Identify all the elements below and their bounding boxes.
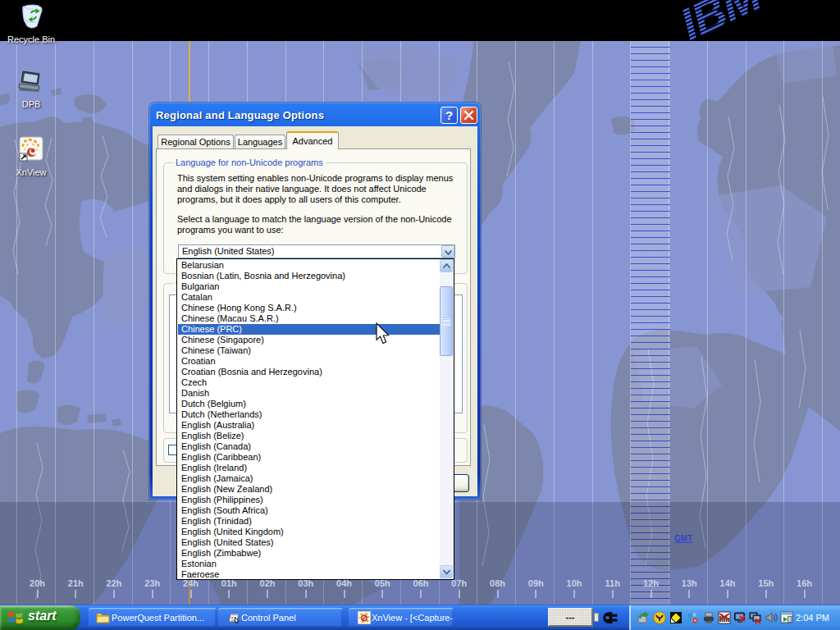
svg-text:IBM: IBM <box>673 0 770 43</box>
